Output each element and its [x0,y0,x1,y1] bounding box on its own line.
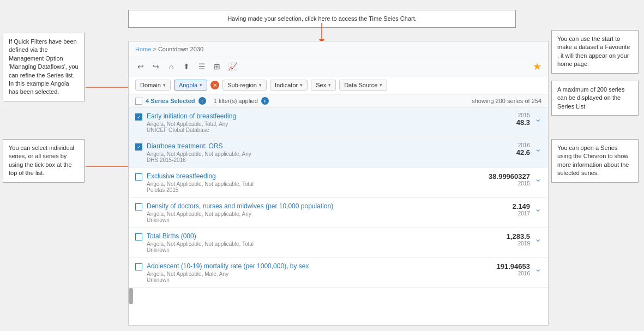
series-chevron-icon[interactable]: ⌄ [534,143,541,154]
series-title[interactable]: Total Births (000) [147,232,196,240]
domain-filter[interactable]: Domain ▾ [135,80,171,91]
series-title[interactable]: Adolescent (10-19) mortality rate (per 1… [147,262,309,270]
selected-info: 4 Series Selected i 1 filter(s) applied … [135,97,269,105]
series-checkbox[interactable] [135,233,142,240]
tooltip-top-right: You can use the start to make a dataset … [551,30,639,74]
favourite-star[interactable]: ★ [533,61,541,73]
selected-count: 4 Series Selected [146,98,195,104]
series-source: DHS 2015-2016 [147,157,477,163]
series-title[interactable]: Density of doctors, nurses and midwives … [147,202,333,210]
breadcrumb-sep: > [153,46,156,52]
indicator-filter-label: Indicator [275,82,298,88]
filters-bar: Domain ▾ Angola ▾ ✕ Sub-region ▾ Indicat… [129,76,548,94]
series-year: 2015 [481,112,530,118]
series-content: Early initiation of breastfeedingAngola,… [147,112,477,133]
series-val: 191.94653 [481,262,530,270]
angola-remove-btn[interactable]: ✕ [210,81,219,89]
status-bar: 4 Series Selected i 1 filter(s) applied … [129,94,548,108]
tooltip-left-select-text: You can select individual series, or all… [9,145,74,176]
series-meta: Angola, Not Applicable, Male, Any [147,271,477,277]
series-val: 2.149 [481,202,530,210]
series-item: Total Births (000)Angola, Not Applicable… [129,228,548,258]
series-chevron-icon[interactable]: ⌄ [534,263,541,274]
tooltip-top-right-text: You can use the start to make a dataset … [557,35,630,67]
series-content: Diarrhoea treatment: ORSAngola, Not Appl… [147,142,477,163]
tooltip-max-series: A maximum of 200 series can be displayed… [551,81,639,116]
series-value: 2.1492017 [481,202,530,216]
series-year: 2016 [481,270,530,276]
series-year: 2016 [481,142,530,148]
series-value: 201642.6 [481,142,530,157]
select-all-checkbox[interactable] [135,98,142,105]
filter-info-icon[interactable]: i [261,97,269,105]
series-title[interactable]: Exclusive breastfeeding [147,172,216,180]
series-val: 42.6 [481,148,530,157]
tooltip-open-series-text: You can open a Series using the Chevron … [557,145,629,176]
list-icon[interactable]: ☰ [196,61,207,72]
series-title[interactable]: Diarrhoea treatment: ORS [147,142,222,150]
series-item: Diarrhoea treatment: ORSAngola, Not Appl… [129,138,548,168]
series-checkbox[interactable] [135,113,142,121]
series-chevron-icon[interactable]: ⌄ [534,233,541,244]
series-meta: Angola, Not Applicable, Not applicable, … [147,241,477,247]
series-value: 201548.3 [481,112,530,127]
tooltip-top: Having made your selection, click here t… [128,10,516,28]
domain-filter-label: Domain [140,82,161,88]
series-chevron-icon[interactable]: ⌄ [534,173,541,184]
series-item: Exclusive breastfeedingAngola, Not Appli… [129,168,548,198]
series-meta: Angola, Not Applicable, Total, Any [147,121,477,127]
series-chevron-icon[interactable]: ⌄ [534,113,541,124]
home-icon[interactable]: ⌂ [166,61,177,72]
tooltip-max-series-text: A maximum of 200 series can be displayed… [557,86,625,110]
selected-info-icon[interactable]: i [198,97,206,105]
angola-filter[interactable]: Angola ▾ [174,80,207,91]
datasource-filter-label: Data Source [344,82,377,88]
series-checkbox[interactable] [135,173,142,180]
series-meta: Angola, Not Applicable, Not applicable, … [147,151,477,157]
series-chevron-icon[interactable]: ⌄ [534,203,541,214]
chart-icon[interactable]: 📈 [227,61,238,72]
series-source: UNICEF Global Database [147,127,477,133]
series-content: Total Births (000)Angola, Not Applicable… [147,232,477,253]
series-checkbox[interactable] [135,203,142,210]
undo-icon[interactable]: ↩ [135,61,146,72]
breadcrumb: Home > Countdown 2030 [129,41,548,57]
series-list: Early initiation of breastfeedingAngola,… [129,108,548,321]
sex-filter[interactable]: Sex ▾ [311,80,336,91]
series-meta: Angola, Not Applicable, Not applicable, … [147,211,477,217]
angola-caret: ▾ [200,82,202,88]
series-source: Pelotas 2015 [147,187,477,193]
datasource-caret: ▾ [380,82,382,88]
scrollbar-thumb[interactable] [129,288,133,304]
datasource-filter[interactable]: Data Source ▾ [339,80,387,91]
series-content: Adolescent (10-19) mortality rate (per 1… [147,262,477,283]
toolbar: ↩ ↪ ⌂ ⬆ ☰ ⊞ 📈 ★ [129,57,548,76]
series-val: 1,283.5 [481,232,530,240]
indicator-caret: ▾ [300,82,303,88]
series-item: Early initiation of breastfeedingAngola,… [129,108,548,138]
series-value: 1,283.52019 [481,232,530,246]
sex-filter-label: Sex [316,82,326,88]
upload-icon[interactable]: ⬆ [181,61,192,72]
series-content: Density of doctors, nurses and midwives … [147,202,477,223]
series-source: Unknown [147,217,477,223]
series-source: Unknown [147,247,477,253]
indicator-filter[interactable]: Indicator ▾ [270,80,308,91]
series-item: Adolescent (10-19) mortality rate (per 1… [129,258,548,288]
subregion-filter[interactable]: Sub-region ▾ [222,80,267,91]
tooltip-top-text: Having made your selection, click here t… [227,15,417,22]
tooltip-open-series: You can open a Series using the Chevron … [551,139,639,183]
redo-icon[interactable]: ↪ [151,61,161,72]
series-checkbox[interactable] [135,263,142,270]
showing-info: showing 200 series of 254 [472,98,541,104]
series-content: Exclusive breastfeedingAngola, Not Appli… [147,172,477,193]
series-title[interactable]: Early initiation of breastfeeding [147,112,236,120]
domain-caret: ▾ [163,82,166,88]
breadcrumb-section: Countdown 2030 [158,46,203,52]
series-item: Density of doctors, nurses and midwives … [129,198,548,228]
breadcrumb-home[interactable]: Home [135,46,151,52]
grid-icon[interactable]: ⊞ [212,61,222,72]
subregion-caret: ▾ [259,82,262,88]
series-val: 38.99960327 [481,172,530,180]
series-checkbox[interactable] [135,143,142,151]
